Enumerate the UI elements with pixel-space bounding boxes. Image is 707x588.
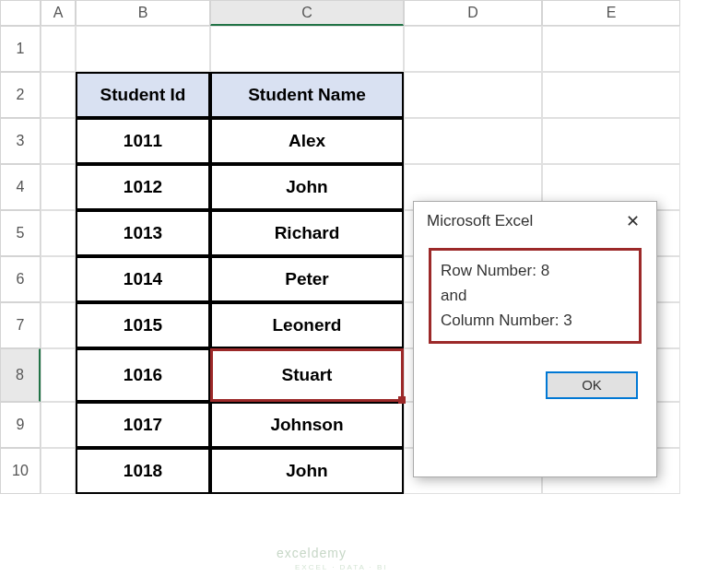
cell-a2[interactable] xyxy=(41,72,76,118)
close-icon[interactable]: ✕ xyxy=(622,211,643,231)
row-header-9[interactable]: 9 xyxy=(0,402,41,448)
cell-a9[interactable] xyxy=(41,402,76,448)
table-row[interactable]: Leonerd xyxy=(210,302,404,348)
cell-a7[interactable] xyxy=(41,302,76,348)
dialog-titlebar[interactable]: Microsoft Excel ✕ xyxy=(414,202,656,237)
watermark-text: exceldemy xyxy=(277,546,347,560)
row-header-1[interactable]: 1 xyxy=(0,26,41,72)
table-row[interactable]: 1014 xyxy=(76,256,210,302)
dialog-line3: Column Number: 3 xyxy=(441,308,630,333)
cell-a4[interactable] xyxy=(41,164,76,210)
cell-d3[interactable] xyxy=(404,118,542,164)
col-header-a[interactable]: A xyxy=(41,0,76,26)
table-row[interactable]: John xyxy=(210,448,404,494)
dialog-line2: and xyxy=(441,283,630,308)
table-row[interactable]: 1012 xyxy=(76,164,210,210)
table-row[interactable]: 1018 xyxy=(76,448,210,494)
col-header-e[interactable]: E xyxy=(542,0,680,26)
table-row[interactable]: Peter xyxy=(210,256,404,302)
table-header-id[interactable]: Student Id xyxy=(76,72,210,118)
cell-c1[interactable] xyxy=(210,26,404,72)
row-header-10[interactable]: 10 xyxy=(0,448,41,494)
selected-cell[interactable]: Stuart xyxy=(210,348,404,402)
row-header-7[interactable]: 7 xyxy=(0,302,41,348)
watermark-subtext: EXCEL · DATA · BI xyxy=(295,563,388,571)
row-header-8[interactable]: 8 xyxy=(0,348,41,402)
table-row[interactable]: Richard xyxy=(210,210,404,256)
dialog-footer: OK xyxy=(414,355,656,416)
cell-a1[interactable] xyxy=(41,26,76,72)
col-header-d[interactable]: D xyxy=(404,0,542,26)
dialog-line1: Row Number: 8 xyxy=(441,258,630,283)
table-row[interactable]: 1015 xyxy=(76,302,210,348)
row-header-6[interactable]: 6 xyxy=(0,256,41,302)
cell-a3[interactable] xyxy=(41,118,76,164)
table-row[interactable]: 1011 xyxy=(76,118,210,164)
dialog-title: Microsoft Excel xyxy=(427,212,533,230)
table-row[interactable]: Alex xyxy=(210,118,404,164)
row-header-5[interactable]: 5 xyxy=(0,210,41,256)
dialog-message: Row Number: 8 and Column Number: 3 xyxy=(429,248,642,344)
row-header-3[interactable]: 3 xyxy=(0,118,41,164)
cell-e3[interactable] xyxy=(542,118,680,164)
row-header-4[interactable]: 4 xyxy=(0,164,41,210)
col-header-c[interactable]: C xyxy=(210,0,404,26)
col-header-b[interactable]: B xyxy=(76,0,210,26)
cell-a8[interactable] xyxy=(41,348,76,402)
table-row[interactable]: John xyxy=(210,164,404,210)
cell-a10[interactable] xyxy=(41,448,76,494)
select-all-corner[interactable] xyxy=(0,0,41,26)
table-row[interactable]: Johnson xyxy=(210,402,404,448)
cell-a6[interactable] xyxy=(41,256,76,302)
cell-b1[interactable] xyxy=(76,26,210,72)
cell-e1[interactable] xyxy=(542,26,680,72)
table-header-name[interactable]: Student Name xyxy=(210,72,404,118)
cell-d2[interactable] xyxy=(404,72,542,118)
table-row[interactable]: 1016 xyxy=(76,348,210,402)
cell-d1[interactable] xyxy=(404,26,542,72)
cell-e2[interactable] xyxy=(542,72,680,118)
table-row[interactable]: 1017 xyxy=(76,402,210,448)
row-header-2[interactable]: 2 xyxy=(0,72,41,118)
ok-button[interactable]: OK xyxy=(546,371,638,399)
cell-a5[interactable] xyxy=(41,210,76,256)
message-box-dialog: Microsoft Excel ✕ Row Number: 8 and Colu… xyxy=(413,201,657,477)
table-row[interactable]: 1013 xyxy=(76,210,210,256)
